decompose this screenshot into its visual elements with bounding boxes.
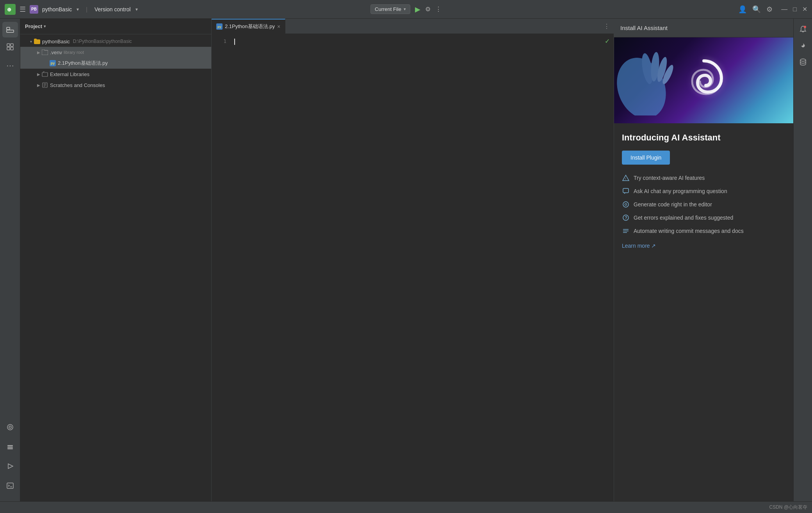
line-numbers: 1: [212, 34, 231, 501]
sidebar-content: ▾ pythonBasic D:\PythonBasic\pythonBasic…: [20, 34, 211, 501]
feature-item-1: ! Try context-aware AI features: [622, 174, 785, 182]
svg-marker-13: [8, 464, 13, 469]
svg-rect-16: [42, 73, 48, 76]
project-dropdown-icon[interactable]: ▾: [77, 7, 79, 12]
svg-rect-2: [7, 27, 10, 30]
tree-arrow-root: ▾: [28, 39, 34, 44]
status-bar-text: CSDN @心向茗夺: [769, 504, 807, 511]
svg-point-38: [804, 26, 806, 28]
bookmarks-svg-icon: [6, 423, 14, 431]
svg-text:?: ?: [625, 216, 627, 220]
root-folder-icon: [34, 38, 41, 45]
feature-item-5: Automate writing commit messages and doc…: [622, 227, 785, 235]
feature-text-5: Automate writing commit messages and doc…: [634, 228, 744, 234]
current-file-label: Current File: [375, 6, 401, 12]
svg-text:!: !: [625, 177, 626, 181]
folder-svg-icon: [34, 39, 40, 44]
version-control-label: Version control: [94, 6, 131, 12]
tab-file-icon: py: [216, 23, 223, 30]
search-icon[interactable]: 🔍: [752, 5, 761, 14]
python-file-icon: py: [49, 60, 56, 67]
current-file-dropdown-icon: ▾: [404, 7, 406, 12]
tree-item-external-libs[interactable]: ▶ External Libraries: [20, 69, 211, 80]
svg-point-8: [7, 424, 13, 430]
sidebar-title: Project: [25, 23, 42, 29]
ai-assistant-right-icon[interactable]: [796, 38, 810, 53]
vc-dropdown-icon[interactable]: ▾: [135, 7, 138, 12]
tree-item-venv[interactable]: ▶ .venv library root: [20, 47, 211, 58]
tree-arrow-ext: ▶: [36, 71, 41, 77]
context-aware-icon: !: [622, 174, 630, 182]
terminal-svg-icon: [6, 482, 14, 490]
hamburger-menu-icon[interactable]: ☰: [20, 5, 26, 14]
lines-icon: [622, 227, 629, 234]
venv-folder-icon: [41, 49, 48, 56]
tree-item-root[interactable]: ▾ pythonBasic D:\PythonBasic\pythonBasic: [20, 36, 211, 47]
run-configurations-icon[interactable]: [2, 458, 18, 474]
tree-arrow-scratches: ▶: [36, 82, 41, 88]
profile-icon[interactable]: 👤: [738, 5, 747, 14]
line-number-1: 1: [212, 37, 231, 45]
tab-close-button[interactable]: ×: [277, 23, 280, 30]
maximize-button[interactable]: □: [793, 6, 797, 13]
ai-assistant-panel: Install AI Assistant: [614, 19, 793, 501]
tab-bar: py 2.1Python基础语法.py × ⋮: [212, 19, 614, 34]
learn-more-link[interactable]: Learn more ↗: [622, 243, 785, 249]
ext-libs-svg: [42, 71, 48, 77]
active-tab[interactable]: py 2.1Python基础语法.py ×: [212, 19, 285, 34]
svg-point-31: [623, 202, 629, 207]
more-options-icon[interactable]: ⋮: [435, 5, 442, 13]
install-plugin-button[interactable]: Install Plugin: [622, 151, 670, 165]
tree-arrow-venv: ▶: [36, 50, 41, 55]
feature-text-3: Generate code right in the editor: [634, 201, 712, 208]
ai-panel-title: Install AI Assistant: [620, 25, 668, 31]
ai-swirl-icon: [680, 57, 727, 104]
sidebar-item-project[interactable]: [2, 22, 18, 37]
text-cursor: [234, 39, 235, 45]
sidebar-item-more[interactable]: ⋯: [2, 58, 18, 73]
feature-text-2: Ask AI chat any programming question: [634, 188, 727, 194]
library-root-label: library root: [64, 50, 84, 55]
debug-button[interactable]: ⚙: [425, 5, 431, 13]
tab-more-options[interactable]: ⋮: [600, 23, 614, 30]
run-button[interactable]: ▶: [415, 5, 420, 14]
settings-icon[interactable]: ⚙: [766, 5, 773, 14]
feature-item-3: Generate code right in the editor: [622, 201, 785, 208]
hand-decoration-icon: [614, 37, 688, 115]
external-libs-label: External Libraries: [50, 71, 89, 77]
sidebar-dropdown-icon[interactable]: ▾: [44, 24, 46, 29]
notifications-icon[interactable]: [796, 22, 810, 37]
sidebar-header: Project ▾: [20, 19, 211, 34]
ai-panel-body: Introducing AI Assistant Install Plugin …: [614, 37, 793, 501]
status-bar: CSDN @心向茗夺: [0, 501, 812, 513]
current-file-button[interactable]: Current File ▾: [370, 4, 410, 14]
scratches-label: Scratches and Consoles: [50, 82, 105, 88]
project-name-label: pythonBasic: [42, 6, 72, 12]
close-button[interactable]: ✕: [802, 5, 807, 13]
tab-label: 2.1Python基础语法.py: [225, 23, 275, 30]
chat-icon: [622, 187, 630, 195]
root-folder-path: D:\PythonBasic\pythonBasic: [73, 39, 132, 44]
editor-content[interactable]: 1 ✓: [212, 34, 614, 501]
no-arrow-py: [44, 60, 49, 66]
feature-list: ! Try context-aware AI features Ask: [622, 174, 785, 235]
code-line-1: [234, 37, 614, 45]
external-libs-icon: [41, 71, 48, 78]
plugins-icon: [6, 43, 14, 51]
layers-icon[interactable]: [2, 439, 18, 454]
minimize-button[interactable]: —: [781, 6, 787, 13]
svg-rect-7: [11, 47, 13, 50]
database-right-icon[interactable]: [796, 55, 810, 69]
feature-item-4: ? Get errors explained and fixes suggest…: [622, 214, 785, 222]
terminal-icon[interactable]: [2, 478, 18, 493]
svg-rect-30: [623, 188, 629, 193]
ai-hero-image: [614, 37, 793, 123]
sidebar-item-plugins[interactable]: [2, 39, 18, 55]
tree-item-py-file[interactable]: py 2.1Python基础语法.py: [20, 58, 211, 69]
tree-item-scratches[interactable]: ▶ Scratches and Consoles: [20, 80, 211, 91]
bookmarks-icon[interactable]: [2, 419, 18, 435]
triangle-icon: !: [622, 174, 629, 181]
bell-icon: [799, 25, 807, 33]
activity-bar: ⋯: [0, 19, 20, 501]
code-editor[interactable]: ✓: [231, 34, 614, 501]
